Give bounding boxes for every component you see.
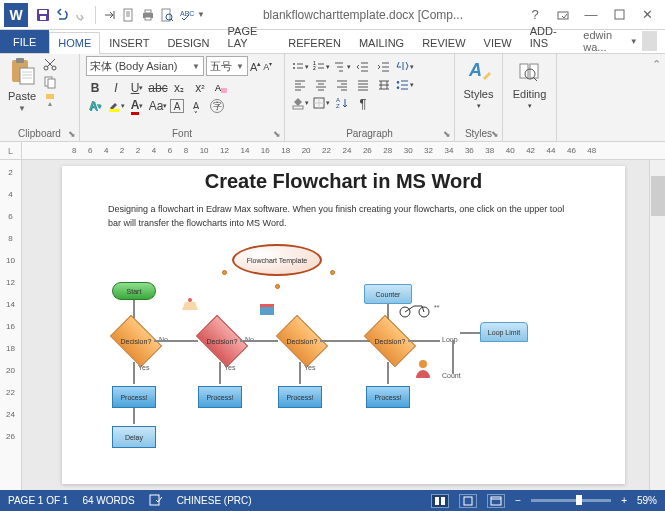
enclose-char-icon[interactable]: 字 <box>208 97 226 115</box>
ruler-vertical[interactable]: 2468101214161820222426 <box>0 160 22 490</box>
superscript-button[interactable]: x² <box>191 79 209 97</box>
tab-insert[interactable]: INSERT <box>100 32 158 53</box>
user-account[interactable]: edwin wa...▼ <box>575 29 665 53</box>
svg-point-35 <box>188 298 192 302</box>
zoom-in-icon[interactable]: + <box>621 495 627 506</box>
document-icon[interactable] <box>121 7 137 23</box>
paragraph-dialog-launcher[interactable]: ⬊ <box>443 129 451 139</box>
svg-point-40 <box>419 360 427 368</box>
numbering-icon[interactable]: 12▾ <box>312 58 330 76</box>
line-spacing-icon[interactable]: ▾ <box>396 76 414 94</box>
styles-dialog-launcher[interactable]: ⬊ <box>491 129 499 139</box>
collapse-ribbon-icon[interactable]: ⌃ <box>652 58 661 71</box>
print-icon[interactable] <box>140 7 156 23</box>
word-count[interactable]: 64 WORDS <box>82 495 134 506</box>
tab-design[interactable]: DESIGN <box>158 32 218 53</box>
highlight-icon[interactable]: ▾ <box>107 97 125 115</box>
svg-rect-42 <box>435 497 439 505</box>
format-painter-icon[interactable] <box>42 92 58 108</box>
tab-references[interactable]: REFEREN <box>279 32 350 53</box>
document-page[interactable]: Create Flowchart in MS Word Designing a … <box>62 166 625 484</box>
bullets-icon[interactable]: ▾ <box>291 58 309 76</box>
print-layout-icon[interactable] <box>459 494 477 508</box>
strikethrough-button[interactable]: abc <box>149 79 167 97</box>
ruler-horizontal[interactable]: 8642246810121416182022242628303234363840… <box>22 142 665 159</box>
styles-button[interactable]: A Styles▾ <box>461 56 496 112</box>
flowchart: Flowchart Template Start Decision? No Ye… <box>102 240 585 440</box>
redo-icon[interactable] <box>73 7 89 23</box>
tab-home[interactable]: HOME <box>49 32 100 54</box>
svg-rect-10 <box>558 12 568 19</box>
arrow-icon[interactable] <box>102 7 118 23</box>
multilevel-icon[interactable]: ▾ <box>333 58 351 76</box>
zoom-level[interactable]: 59% <box>637 495 657 506</box>
clear-format-icon[interactable]: A <box>212 79 230 97</box>
clipboard-dialog-launcher[interactable]: ⬊ <box>68 129 76 139</box>
zoom-out-icon[interactable]: − <box>515 495 521 506</box>
group-font-label: Font <box>80 128 284 139</box>
asian-layout-icon[interactable]: ▾ <box>396 58 414 76</box>
align-center-icon[interactable] <box>312 76 330 94</box>
spellcheck-icon[interactable]: ABC <box>178 7 194 23</box>
increase-font-icon[interactable]: A▴ <box>250 60 261 73</box>
distribute-icon[interactable] <box>375 76 393 94</box>
svg-rect-5 <box>145 10 151 13</box>
justify-icon[interactable] <box>354 76 372 94</box>
font-family-combo[interactable]: 宋体 (Body Asian)▼ <box>86 56 204 76</box>
underline-button[interactable]: U▾ <box>128 79 146 97</box>
font-color-icon[interactable]: A▾ <box>128 97 146 115</box>
align-left-icon[interactable] <box>291 76 309 94</box>
copy-icon[interactable] <box>42 74 58 90</box>
tab-pagelayout[interactable]: PAGE LAY <box>219 20 280 53</box>
change-case-icon[interactable]: Aa▾ <box>149 97 167 115</box>
sort-icon[interactable]: AZ <box>333 94 351 112</box>
web-layout-icon[interactable] <box>487 494 505 508</box>
tab-view[interactable]: VIEW <box>475 32 521 53</box>
font-dialog-launcher[interactable]: ⬊ <box>273 129 281 139</box>
tab-review[interactable]: REVIEW <box>413 32 474 53</box>
tab-mailings[interactable]: MAILING <box>350 32 413 53</box>
flowchart-title-oval: Flowchart Template <box>232 244 322 276</box>
text-effects-icon[interactable]: A▾ <box>86 97 104 115</box>
shape-looplimit: Loop Limit <box>480 322 528 342</box>
svg-rect-21 <box>221 88 227 93</box>
language[interactable]: CHINESE (PRC) <box>177 495 252 506</box>
zoom-slider[interactable] <box>531 499 611 502</box>
svg-rect-3 <box>124 9 132 21</box>
svg-rect-1 <box>39 10 47 14</box>
tab-addins[interactable]: ADD-INS <box>521 20 576 53</box>
decrease-indent-icon[interactable] <box>354 58 372 76</box>
read-mode-icon[interactable] <box>431 494 449 508</box>
show-hide-icon[interactable]: ¶ <box>354 94 372 112</box>
maximize-icon[interactable] <box>609 5 629 25</box>
qat-dropdown-icon[interactable]: ▼ <box>197 10 205 19</box>
minimize-icon[interactable]: — <box>581 5 601 25</box>
svg-rect-6 <box>145 17 151 20</box>
svg-text:A: A <box>215 83 221 93</box>
vertical-scrollbar[interactable] <box>649 160 665 490</box>
decrease-font-icon[interactable]: A▾ <box>263 60 272 72</box>
gift-icon <box>258 300 276 316</box>
preview-icon[interactable] <box>159 7 175 23</box>
undo-icon[interactable] <box>54 7 70 23</box>
cut-icon[interactable] <box>42 56 58 72</box>
borders-icon[interactable]: ▾ <box>312 94 330 112</box>
editing-button[interactable]: Editing▾ <box>509 56 550 112</box>
page-count[interactable]: PAGE 1 OF 1 <box>8 495 68 506</box>
bold-button[interactable]: B <box>86 79 104 97</box>
shape-delay: Delay <box>112 426 156 448</box>
spell-status-icon[interactable] <box>149 494 163 508</box>
phonetic-icon[interactable]: A̬ <box>187 97 205 115</box>
increase-indent-icon[interactable] <box>375 58 393 76</box>
shading-icon[interactable]: ▾ <box>291 94 309 112</box>
save-icon[interactable] <box>35 7 51 23</box>
tab-file[interactable]: FILE <box>0 30 49 53</box>
char-border-icon[interactable]: A <box>170 99 184 113</box>
paste-button[interactable]: Paste ▼ <box>6 56 38 124</box>
subscript-button[interactable]: x₂ <box>170 79 188 97</box>
italic-button[interactable]: I <box>107 79 125 97</box>
font-size-combo[interactable]: 五号▼ <box>206 56 248 76</box>
close-icon[interactable]: ✕ <box>637 5 657 25</box>
align-right-icon[interactable] <box>333 76 351 94</box>
status-bar: PAGE 1 OF 1 64 WORDS CHINESE (PRC) − + 5… <box>0 490 665 511</box>
